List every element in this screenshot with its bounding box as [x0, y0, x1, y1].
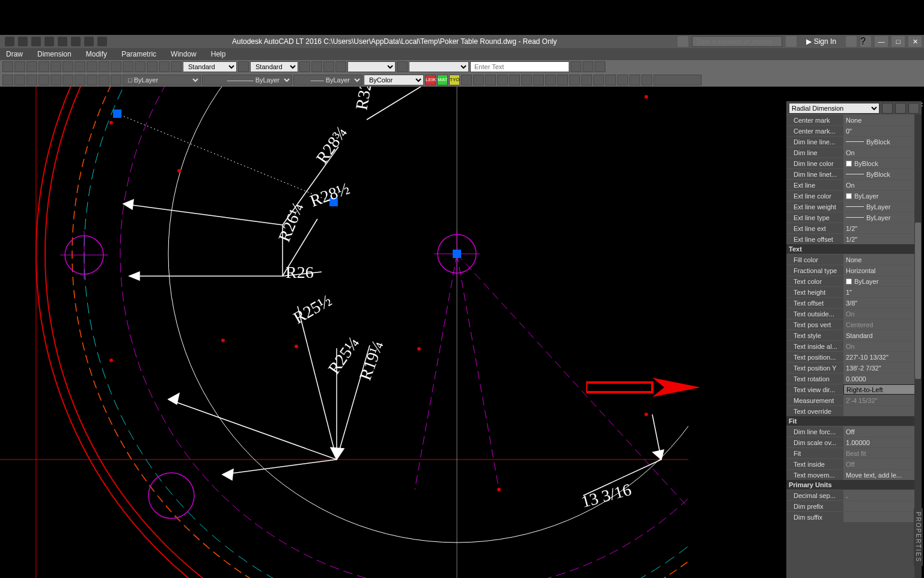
tool-button[interactable] — [485, 75, 496, 85]
prop-fit[interactable]: FitBest fit — [786, 447, 922, 458]
tool-button[interactable] — [461, 75, 472, 85]
tool-button[interactable] — [111, 75, 121, 85]
section-fit[interactable]: Fit– — [786, 416, 922, 426]
prop-textInside[interactable]: Text insideOff — [786, 458, 922, 469]
tool-button[interactable] — [75, 75, 85, 85]
help-icon[interactable]: ? — [860, 36, 871, 47]
quick-select-icon[interactable] — [895, 103, 906, 114]
tool-button[interactable] — [99, 75, 109, 85]
tool-button[interactable] — [593, 75, 604, 85]
tool-button[interactable] — [509, 75, 520, 85]
tool-button[interactable] — [50, 75, 61, 85]
tool-button[interactable] — [38, 75, 49, 85]
prop-measurement[interactable]: Measurement2'-4 15/32" — [786, 395, 922, 405]
prop-textStyle[interactable]: Text styleStandard — [786, 330, 922, 340]
prop-dimLineLine[interactable]: Dim line line...ByBlock — [786, 136, 922, 147]
prop-dimScaleOv[interactable]: Dim scale ov...1.00000 — [786, 437, 922, 447]
prop-dimSuffix[interactable]: Dim suffix — [786, 511, 922, 522]
text-style-select[interactable]: Standard — [250, 61, 298, 72]
prop-extLine[interactable]: Ext lineOn — [786, 179, 922, 190]
properties-tab[interactable]: PROPERTIES — [914, 508, 923, 566]
prop-dimLineLinet[interactable]: Dim line linet...ByBlock — [786, 168, 922, 179]
tool-button[interactable] — [123, 61, 133, 72]
prop-centerMark[interactable]: Center markNone — [786, 114, 922, 125]
tool-button[interactable] — [14, 61, 25, 72]
layer-select[interactable]: □ ByLayer — [123, 75, 201, 85]
prop-textInsideAl[interactable]: Text inside al...On — [786, 340, 922, 351]
tool-button[interactable] — [299, 61, 310, 72]
prop-textViewDir[interactable]: Text view dir...Right-to-Left▾ — [786, 384, 922, 395]
menu-dimension[interactable]: Dimension — [37, 50, 72, 58]
tool-button[interactable] — [545, 75, 556, 85]
tool-button[interactable] — [87, 75, 97, 85]
prop-textOutside[interactable]: Text outside...On — [786, 308, 922, 319]
prop-dimPrefix[interactable]: Dim prefix — [786, 500, 922, 511]
keyword-search-input[interactable] — [692, 36, 782, 47]
prop-textPosVert[interactable]: Text pos vertCentered — [786, 319, 922, 330]
menu-draw[interactable]: Draw — [6, 50, 23, 58]
object-type-select[interactable]: Radial Dimension — [789, 103, 880, 114]
prop-extLineExt[interactable]: Ext line ext1/2" — [786, 223, 922, 233]
tool-button[interactable] — [14, 75, 25, 85]
drawing-canvas[interactable]: R32 R28¾ R28½ R26¼ R26 R25½ R25¼ R19¼ 13… — [0, 87, 688, 578]
tool-button[interactable] — [238, 61, 249, 72]
tool-button[interactable] — [605, 75, 616, 85]
prop-extLineColor[interactable]: Ext line colorByLayer — [786, 190, 922, 201]
menu-modify[interactable]: Modify — [86, 50, 107, 58]
prop-extLineOffset[interactable]: Ext line offset1/2" — [786, 233, 922, 244]
tool-button[interactable] — [159, 61, 170, 72]
maximize-button[interactable]: □ — [892, 36, 905, 47]
tool-button[interactable] — [533, 75, 544, 85]
dim-style-select[interactable]: Standard — [183, 61, 237, 72]
quick-access-toolbar[interactable] — [0, 37, 112, 46]
tool-button[interactable] — [557, 75, 568, 85]
toggle-pim-icon[interactable] — [882, 103, 893, 114]
tool-button[interactable] — [2, 61, 13, 72]
menu-help[interactable]: Help — [211, 50, 226, 58]
menu-window[interactable]: Window — [171, 50, 197, 58]
linetype-select[interactable]: ———— ByLayer — [202, 75, 292, 85]
tool-button[interactable] — [473, 75, 484, 85]
prop-textOffset[interactable]: Text offset3/8" — [786, 297, 922, 308]
tool-button[interactable] — [581, 75, 592, 85]
lineweight-select[interactable]: —— ByLayer — [293, 75, 363, 85]
combo-select[interactable] — [409, 61, 469, 72]
tag-leik[interactable]: LEIK — [425, 75, 436, 85]
prop-fillColor[interactable]: Fill colorNone — [786, 254, 922, 265]
tool-button[interactable] — [135, 61, 145, 72]
tool-button[interactable] — [147, 61, 158, 72]
tool-button[interactable] — [2, 75, 13, 85]
tool-button[interactable] — [99, 61, 109, 72]
tag-tyo[interactable]: TYÖ — [449, 75, 460, 85]
account-icon[interactable] — [786, 36, 797, 47]
prop-textRot[interactable]: Text rotation0.0000 — [786, 373, 922, 384]
search-toggle-icon[interactable] — [678, 36, 688, 47]
tool-button[interactable] — [583, 61, 593, 72]
prop-textPosY[interactable]: Text position Y138'-2 7/32" — [786, 362, 922, 373]
menu-parametric[interactable]: Parametric — [121, 50, 156, 58]
prop-centerMarkSize[interactable]: Center mark...0" — [786, 125, 922, 136]
minimize-button[interactable]: — — [875, 36, 888, 47]
tool-button[interactable] — [497, 75, 508, 85]
tool-button[interactable] — [629, 75, 640, 85]
tool-button[interactable] — [641, 75, 652, 85]
prop-textColor[interactable]: Text colorByLayer — [786, 275, 922, 286]
section-primary[interactable]: Primary Units– — [786, 480, 922, 490]
prop-dimLineForc[interactable]: Dim line forc...Off — [786, 426, 922, 437]
section-text[interactable]: Text– — [786, 244, 922, 254]
prop-extLineWeight[interactable]: Ext line weightByLayer — [786, 201, 922, 212]
prop-textMovem[interactable]: Text movem...Move text, add le... — [786, 469, 922, 480]
close-button[interactable]: ✕ — [908, 36, 922, 47]
tool-button[interactable] — [63, 75, 73, 85]
tool-button[interactable] — [323, 61, 334, 72]
toolbar-input[interactable] — [653, 75, 702, 85]
prop-textPosX[interactable]: Text position...227'-10 13/32" — [786, 351, 922, 362]
select-objects-icon[interactable] — [908, 103, 919, 114]
tool-button[interactable] — [617, 75, 628, 85]
tool-button[interactable] — [397, 61, 408, 72]
prop-extLineType[interactable]: Ext line typeByLayer — [786, 212, 922, 223]
prop-fracType[interactable]: Fractional typeHorizontal — [786, 265, 922, 275]
sign-in-button[interactable]: ▶ Sign In — [800, 37, 842, 46]
tool-button[interactable] — [335, 61, 346, 72]
tool-button[interactable] — [569, 75, 580, 85]
